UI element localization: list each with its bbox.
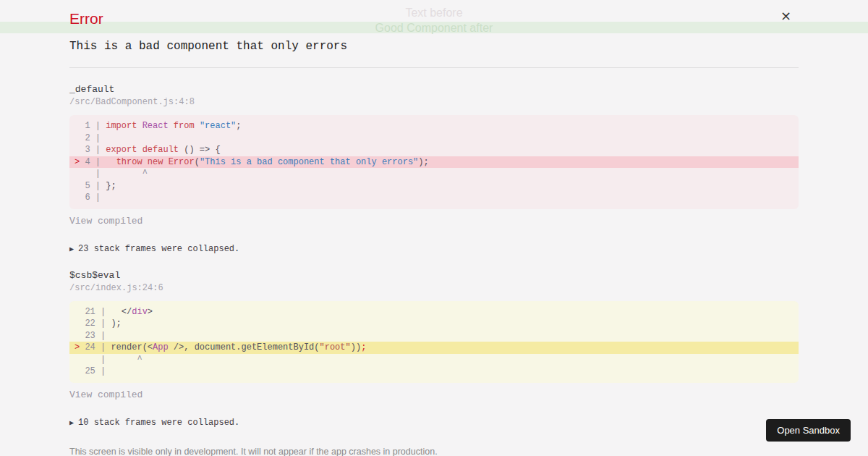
code-frame-index: 21 | </div> 22 | ); 23 |> 24 | render(<A…: [69, 301, 799, 383]
frame-function-name: _default: [69, 84, 799, 95]
highlighted-code-line: > 24 | render(<App />, document.getEleme…: [69, 342, 799, 354]
code-line: 1 | import React from "react";: [69, 120, 799, 132]
view-compiled-link[interactable]: View compiled: [69, 216, 799, 227]
code-line: 23 |: [69, 330, 799, 342]
close-icon[interactable]: ×: [780, 9, 791, 22]
code-frame-bad-component: 1 | import React from "react"; 2 | 3 | e…: [69, 115, 799, 209]
expand-triangle-icon: ▶: [69, 245, 74, 253]
code-line: 3 | export default () => {: [69, 144, 799, 156]
code-line: 5 | };: [69, 180, 799, 193]
frame-file-path: /src/BadComponent.js:4:8: [69, 97, 799, 107]
code-line: 22 | );: [69, 318, 799, 330]
collapsed-stack-frames-toggle[interactable]: ▶23 stack frames were collapsed.: [69, 244, 799, 254]
code-line: | ^: [69, 354, 799, 366]
frame-function-name: $csb$eval: [69, 270, 799, 281]
highlighted-code-line: > 4 | throw new Error("This is a bad com…: [69, 156, 799, 169]
divider: [69, 67, 799, 68]
error-title: Error: [69, 10, 799, 28]
error-overlay: Error This is a bad component that only …: [69, 10, 799, 456]
code-line: 25 |: [69, 366, 799, 378]
collapsed-stack-frames-toggle[interactable]: ▶10 stack frames were collapsed.: [69, 418, 799, 428]
footer-line: This screen is visible only in developme…: [69, 446, 799, 456]
collapsed-stack-frames-label: 10 stack frames were collapsed.: [78, 418, 239, 428]
open-sandbox-button[interactable]: Open Sandbox: [766, 419, 851, 442]
code-line: 6 |: [69, 192, 799, 204]
code-line: | ^: [69, 168, 799, 180]
code-line: 21 | </div>: [69, 306, 799, 318]
expand-triangle-icon: ▶: [69, 419, 74, 427]
collapsed-stack-frames-label: 23 stack frames were collapsed.: [78, 244, 239, 254]
view-compiled-link[interactable]: View compiled: [69, 389, 799, 400]
footer-notes: This screen is visible only in developme…: [69, 446, 799, 456]
error-message: This is a bad component that only errors: [69, 40, 799, 53]
code-line: 2 |: [69, 132, 799, 145]
frame-file-path: /src/index.js:24:6: [69, 283, 799, 293]
